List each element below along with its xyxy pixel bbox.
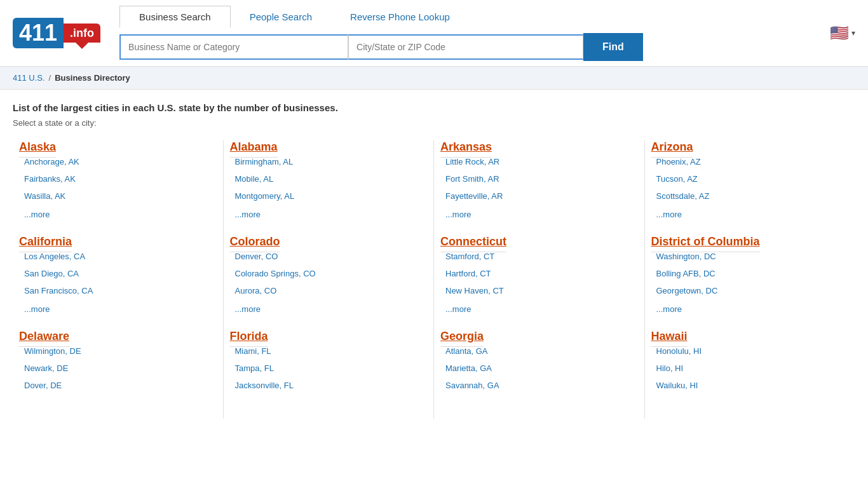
state-name-delaware[interactable]: Delaware: [19, 330, 69, 347]
main-content: List of the largest cities in each U.S. …: [0, 90, 868, 431]
search-bar: Find: [119, 33, 817, 61]
city-link[interactable]: Tucson, AZ: [651, 171, 850, 187]
business-name-input[interactable]: [119, 34, 348, 60]
city-link[interactable]: New Haven, CT: [440, 283, 638, 299]
state-column-2: ArkansasLittle Rock, ARFort Smith, ARFay…: [434, 140, 645, 419]
page-description: List of the largest cities in each U.S. …: [13, 102, 855, 113]
more-link-alabama[interactable]: ...more: [230, 207, 428, 222]
state-name-florida[interactable]: Florida: [230, 330, 268, 347]
breadcrumb-separator: /: [49, 73, 51, 83]
state-section-florida: FloridaMiami, FLTampa, FLJacksonville, F…: [230, 330, 428, 393]
more-link-arizona[interactable]: ...more: [651, 207, 850, 222]
city-link[interactable]: Wasilla, AK: [19, 188, 217, 204]
city-link[interactable]: Savannah, GA: [440, 377, 638, 393]
city-link[interactable]: Jacksonville, FL: [230, 377, 428, 393]
state-section-georgia: GeorgiaAtlanta, GAMarietta, GASavannah, …: [440, 330, 638, 393]
more-link-colorado[interactable]: ...more: [230, 301, 428, 317]
header: 411 .info Business Search People Search …: [0, 0, 868, 67]
state-section-delaware: DelawareWilmington, DENewark, DEDover, D…: [19, 330, 217, 393]
breadcrumb-current: Business Directory: [55, 73, 130, 83]
city-link[interactable]: Marietta, GA: [440, 360, 638, 376]
more-link-california[interactable]: ...more: [19, 301, 217, 317]
logo-info: .info: [64, 24, 100, 43]
state-section-district-of-columbia: District of ColumbiaWashington, DCBollin…: [651, 235, 850, 317]
state-section-alaska: AlaskaAnchorage, AKFairbanks, AKWasilla,…: [19, 140, 217, 222]
city-link[interactable]: Dover, DE: [19, 377, 217, 393]
breadcrumb: 411 U.S. / Business Directory: [0, 67, 868, 90]
flag-chevron-icon: ▾: [851, 29, 855, 37]
state-name-arizona[interactable]: Arizona: [651, 140, 693, 158]
find-button[interactable]: Find: [583, 33, 643, 61]
city-link[interactable]: Georgetown, DC: [651, 283, 850, 299]
breadcrumb-parent[interactable]: 411 U.S.: [13, 73, 45, 83]
state-name-arkansas[interactable]: Arkansas: [440, 140, 492, 158]
state-name-alabama[interactable]: Alabama: [230, 140, 278, 158]
state-name-connecticut[interactable]: Connecticut: [440, 235, 506, 252]
city-link[interactable]: Scottsdale, AZ: [651, 188, 850, 204]
city-link[interactable]: Aurora, CO: [230, 283, 428, 299]
city-link[interactable]: Wailuku, HI: [651, 377, 850, 393]
state-column-1: AlabamaBirmingham, ALMobile, ALMontgomer…: [224, 140, 435, 419]
state-column-3: ArizonaPhoenix, AZTucson, AZScottsdale, …: [645, 140, 856, 419]
state-column-0: AlaskaAnchorage, AKFairbanks, AKWasilla,…: [13, 140, 224, 419]
city-link[interactable]: Tampa, FL: [230, 360, 428, 376]
logo-number: 411: [13, 18, 64, 48]
state-section-hawaii: HawaiiHonolulu, HIHilo, HIWailuku, HI: [651, 330, 850, 393]
logo-link[interactable]: 411 .info: [13, 18, 100, 48]
location-input[interactable]: [348, 34, 583, 60]
more-link-alaska[interactable]: ...more: [19, 207, 217, 222]
state-name-hawaii[interactable]: Hawaii: [651, 330, 688, 347]
state-name-district-of-columbia[interactable]: District of Columbia: [651, 235, 760, 252]
city-link[interactable]: Colorado Springs, CO: [230, 266, 428, 281]
flag-area[interactable]: 🇺🇸 ▾: [830, 24, 855, 42]
nav-search-area: Business Search People Search Reverse Ph…: [119, 6, 817, 61]
state-section-arizona: ArizonaPhoenix, AZTucson, AZScottsdale, …: [651, 140, 850, 222]
state-section-alabama: AlabamaBirmingham, ALMobile, ALMontgomer…: [230, 140, 428, 222]
city-link[interactable]: Mobile, AL: [230, 171, 428, 187]
city-link[interactable]: Bolling AFB, DC: [651, 266, 850, 281]
nav-tabs: Business Search People Search Reverse Ph…: [119, 6, 817, 28]
city-link[interactable]: Montgomery, AL: [230, 188, 428, 204]
tab-reverse-phone[interactable]: Reverse Phone Lookup: [331, 6, 469, 27]
state-section-connecticut: ConnecticutStamford, CTHartford, CTNew H…: [440, 235, 638, 317]
city-link[interactable]: San Francisco, CA: [19, 283, 217, 299]
state-name-georgia[interactable]: Georgia: [440, 330, 484, 347]
city-link[interactable]: Fairbanks, AK: [19, 171, 217, 187]
logo-area: 411 .info: [13, 18, 100, 48]
tab-business-search[interactable]: Business Search: [119, 6, 231, 28]
more-link-connecticut[interactable]: ...more: [440, 301, 638, 317]
more-link-arkansas[interactable]: ...more: [440, 207, 638, 222]
tab-people-search[interactable]: People Search: [231, 6, 331, 27]
state-name-colorado[interactable]: Colorado: [230, 235, 280, 252]
select-instruction: Select a state or a city:: [13, 118, 855, 128]
city-link[interactable]: San Diego, CA: [19, 266, 217, 281]
more-link-district-of-columbia[interactable]: ...more: [651, 301, 850, 317]
state-name-alaska[interactable]: Alaska: [19, 140, 56, 158]
state-name-california[interactable]: California: [19, 235, 72, 252]
state-section-arkansas: ArkansasLittle Rock, ARFort Smith, ARFay…: [440, 140, 638, 222]
city-link[interactable]: Hartford, CT: [440, 266, 638, 281]
flag-icon: 🇺🇸: [830, 24, 849, 42]
city-link[interactable]: Hilo, HI: [651, 360, 850, 376]
state-section-california: CaliforniaLos Angeles, CASan Diego, CASa…: [19, 235, 217, 317]
state-grid: AlaskaAnchorage, AKFairbanks, AKWasilla,…: [13, 140, 855, 419]
state-section-colorado: ColoradoDenver, COColorado Springs, COAu…: [230, 235, 428, 317]
city-link[interactable]: Fayetteville, AR: [440, 188, 638, 204]
city-link[interactable]: Newark, DE: [19, 360, 217, 376]
city-link[interactable]: Fort Smith, AR: [440, 171, 638, 187]
